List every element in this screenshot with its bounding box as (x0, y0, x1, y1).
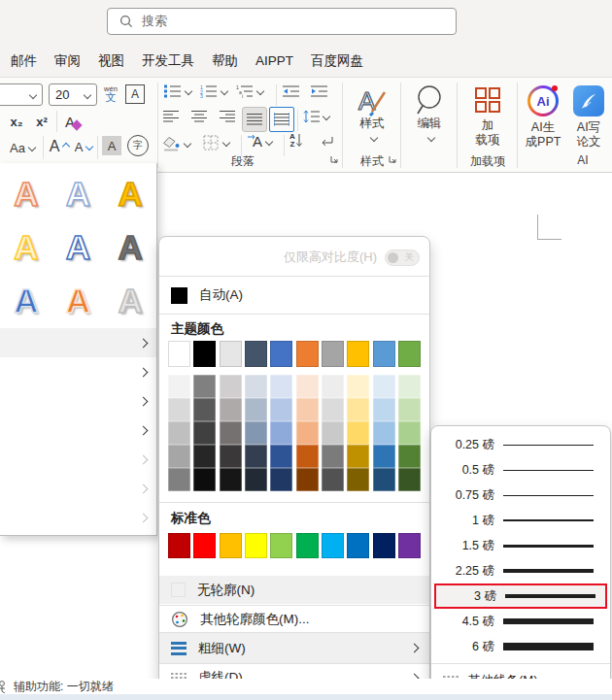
standard-color-swatch[interactable] (220, 533, 242, 558)
no-outline-item[interactable]: 无轮廓(N) (159, 576, 429, 604)
line-spacing-button[interactable] (303, 110, 329, 123)
enclose-characters-button[interactable]: 字 (127, 135, 149, 156)
search-input[interactable]: 搜索 (107, 8, 457, 35)
weight-option[interactable]: 2.25 磅 (434, 558, 607, 583)
weight-option[interactable]: 0.25 磅 (434, 432, 607, 457)
asian-layout-button[interactable]: A (248, 133, 272, 150)
weight-item[interactable]: 粗细(W) (159, 633, 429, 663)
theme-variant-swatch[interactable] (193, 375, 216, 398)
decrease-indent-button[interactable] (283, 84, 299, 98)
menu-tab[interactable]: 开发工具 (133, 52, 203, 70)
bullets-button[interactable] (164, 84, 191, 98)
wordart-style-lightblue-outline[interactable]: A (52, 167, 105, 220)
theme-variant-swatch[interactable] (347, 421, 369, 445)
theme-variant-swatch[interactable] (270, 421, 292, 445)
theme-variant-swatch[interactable] (296, 398, 319, 421)
theme-variant-swatch[interactable] (373, 445, 395, 468)
theme-variant-swatch[interactable] (168, 445, 190, 468)
increase-indent-button[interactable] (311, 84, 327, 98)
weight-option[interactable]: 0.5 磅 (434, 457, 607, 483)
standard-color-swatch[interactable] (398, 533, 421, 558)
theme-color-swatch[interactable] (245, 341, 267, 367)
wordart-style-gray-solid[interactable]: A (104, 220, 156, 274)
weight-option[interactable]: 6 磅 (434, 634, 607, 659)
wordart-menu-row[interactable] (0, 416, 156, 445)
standard-color-swatch[interactable] (373, 533, 395, 558)
align-center-button[interactable] (191, 110, 207, 123)
change-case-button[interactable]: Aa (6, 136, 39, 159)
theme-variant-swatch[interactable] (220, 421, 242, 445)
theme-variant-swatch[interactable] (270, 398, 292, 421)
font-name-combo[interactable] (0, 83, 43, 106)
menu-tab[interactable]: 视图 (89, 52, 133, 70)
paragraph-dialog-launcher[interactable] (330, 155, 340, 165)
shading-button[interactable] (163, 135, 190, 151)
font-size-combo[interactable]: 20 (49, 83, 97, 106)
theme-variant-swatch[interactable] (193, 421, 216, 445)
wordart-style-orange-solid[interactable]: A (52, 274, 105, 327)
theme-variant-swatch[interactable] (347, 468, 369, 491)
edit-button[interactable]: 编辑 (404, 83, 455, 167)
theme-variant-swatch[interactable] (193, 468, 216, 491)
wordart-style-gold-solid[interactable]: A (104, 167, 156, 220)
wordart-style-blue-solid[interactable]: A (0, 274, 52, 327)
theme-variant-swatch[interactable] (398, 421, 421, 445)
theme-variant-swatch[interactable] (168, 375, 190, 398)
theme-color-swatch[interactable] (168, 341, 190, 367)
standard-color-swatch[interactable] (347, 533, 369, 558)
theme-color-swatch[interactable] (398, 341, 421, 367)
weight-option[interactable]: 3 磅 (434, 583, 607, 609)
theme-color-swatch[interactable] (270, 341, 292, 367)
theme-color-swatch[interactable] (193, 341, 216, 367)
menu-tab[interactable]: 审阅 (46, 52, 89, 70)
theme-variant-swatch[interactable] (373, 468, 395, 491)
theme-variant-swatch[interactable] (220, 445, 242, 468)
shrink-font-button[interactable]: A (73, 134, 94, 159)
theme-variant-swatch[interactable] (296, 375, 319, 398)
theme-color-swatch[interactable] (322, 341, 344, 367)
superscript-button[interactable]: x² (31, 111, 52, 132)
wordart-style-yellow-outline[interactable]: A (0, 220, 52, 274)
theme-variant-swatch[interactable] (347, 398, 369, 421)
theme-variant-swatch[interactable] (322, 375, 344, 398)
theme-variant-swatch[interactable] (220, 468, 242, 491)
standard-color-swatch[interactable] (168, 533, 190, 558)
wordart-style-orange-outline[interactable]: A (0, 167, 52, 220)
weight-option[interactable]: 0.75 磅 (434, 483, 607, 508)
theme-variant-swatch[interactable] (347, 445, 369, 468)
menu-tab[interactable]: AIPPT (247, 53, 302, 68)
theme-variant-swatch[interactable] (296, 421, 319, 445)
theme-color-swatch[interactable] (220, 341, 242, 367)
theme-variant-swatch[interactable] (245, 375, 267, 398)
menu-tab[interactable]: 邮件 (2, 52, 46, 70)
theme-variant-swatch[interactable] (245, 445, 267, 468)
character-border-button[interactable]: A (125, 84, 145, 104)
theme-variant-swatch[interactable] (168, 398, 190, 421)
theme-variant-swatch[interactable] (296, 468, 319, 491)
standard-color-swatch[interactable] (193, 533, 216, 558)
weight-option[interactable]: 4.5 磅 (434, 609, 607, 634)
theme-variant-swatch[interactable] (373, 421, 395, 445)
justify-button[interactable] (242, 107, 267, 132)
character-shading-button[interactable]: A (102, 136, 121, 155)
menu-tab[interactable]: 百度网盘 (302, 52, 372, 70)
align-left-button[interactable] (163, 110, 179, 123)
wordart-style-blue-outline[interactable]: A (52, 220, 105, 274)
theme-variant-swatch[interactable] (270, 375, 292, 398)
theme-variant-swatch[interactable] (270, 468, 292, 491)
theme-variant-swatch[interactable] (322, 398, 344, 421)
theme-variant-swatch[interactable] (220, 375, 242, 398)
weight-option[interactable]: 1.5 磅 (434, 533, 607, 558)
high-contrast-toggle[interactable]: 关 (385, 250, 420, 266)
wordart-menu-row[interactable] (0, 386, 156, 416)
styles-dialog-launcher[interactable] (389, 155, 398, 165)
theme-variant-swatch[interactable] (373, 398, 395, 421)
standard-color-swatch[interactable] (322, 533, 344, 558)
theme-variant-swatch[interactable] (322, 421, 344, 445)
theme-variant-swatch[interactable] (193, 445, 216, 468)
standard-color-swatch[interactable] (270, 533, 292, 558)
theme-variant-swatch[interactable] (296, 445, 319, 468)
theme-variant-swatch[interactable] (398, 375, 421, 398)
grow-font-button[interactable]: A (48, 134, 71, 159)
theme-variant-swatch[interactable] (373, 375, 395, 398)
